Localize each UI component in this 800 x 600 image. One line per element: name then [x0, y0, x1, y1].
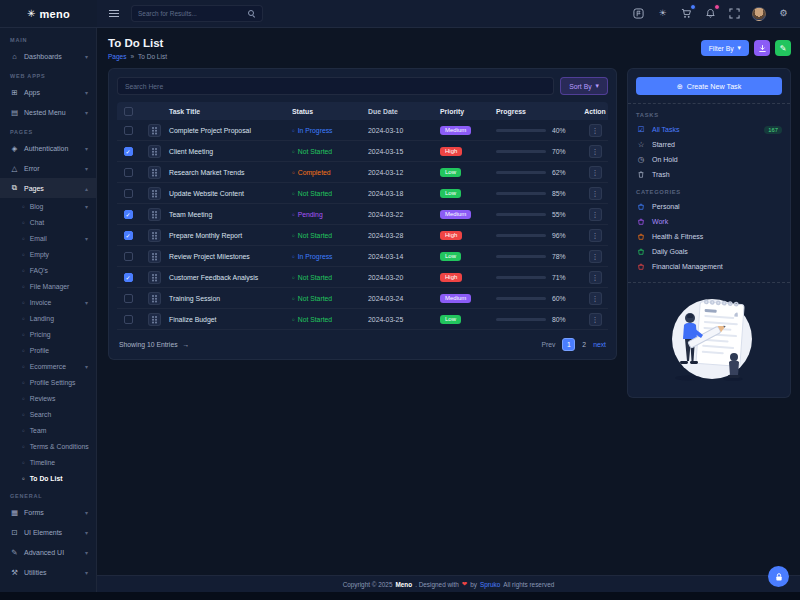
sidebar-subitem[interactable]: File Manager [0, 278, 96, 294]
category-item[interactable]: Health & Fitness [636, 229, 782, 244]
sidebar-subitem[interactable]: Chat [0, 214, 96, 230]
drag-handle[interactable] [148, 292, 161, 305]
row-actions-button[interactable]: ⋮ [589, 166, 602, 179]
sidebar-subitem[interactable]: Empty [0, 246, 96, 262]
drag-handle[interactable] [148, 208, 161, 221]
sidebar-item[interactable]: ⧉ Pages ▴ [0, 178, 96, 198]
row-checkbox[interactable] [124, 210, 133, 219]
sidebar-subitem[interactable]: Invoice ▾ [0, 294, 96, 310]
sidebar-item[interactable]: ▦ Forms ▾ [0, 502, 96, 522]
sidebar-subitem[interactable]: Team [0, 422, 96, 438]
pagination-next[interactable]: next [593, 341, 606, 348]
priority-badge: Medium [440, 210, 471, 219]
row-checkbox[interactable] [124, 126, 133, 135]
sidebar-item[interactable]: ⌂ Dashboards ▾ [0, 46, 96, 66]
row-checkbox[interactable] [124, 252, 133, 261]
sidebar-subitem[interactable]: Terms & Conditions [0, 438, 96, 454]
pagination-prev[interactable]: Prev [541, 341, 555, 348]
task-filter-all-tasks[interactable]: ☑ All Tasks 167 [636, 122, 782, 137]
export-button[interactable] [754, 40, 770, 56]
theme-sun-icon[interactable]: ☀ [656, 7, 669, 20]
user-avatar[interactable] [752, 7, 766, 21]
create-new-task-button[interactable]: ⊕ Create New Task [636, 77, 782, 95]
sidebar-item-icon: ⧉ [10, 183, 19, 193]
row-actions-button[interactable]: ⋮ [589, 250, 602, 263]
sidebar-subitem[interactable]: Timeline [0, 454, 96, 470]
chevron-icon: ▾ [85, 165, 88, 172]
row-checkbox[interactable] [124, 273, 133, 282]
drag-handle[interactable] [148, 229, 161, 242]
sidebar-subitem[interactable]: Profile Settings [0, 374, 96, 390]
filter-by-button[interactable]: Filter By ▾ [701, 40, 749, 56]
row-actions-button[interactable]: ⋮ [589, 124, 602, 137]
progress-percent: 55% [552, 211, 566, 218]
sidebar-subitem[interactable]: Ecommerce ▾ [0, 358, 96, 374]
notifications-bell-icon[interactable] [704, 7, 717, 20]
task-filter-starred[interactable]: ☆ Starred [636, 137, 782, 152]
sidebar-subitem[interactable]: To Do List [0, 470, 96, 486]
select-all-checkbox[interactable] [124, 107, 133, 116]
row-actions-button[interactable]: ⋮ [589, 187, 602, 200]
row-checkbox[interactable] [124, 189, 133, 198]
search-icon[interactable] [248, 10, 256, 18]
row-actions-button[interactable]: ⋮ [589, 208, 602, 221]
global-search-input[interactable] [138, 10, 248, 17]
task-filter-on-hold[interactable]: ◷ On Hold [636, 152, 782, 167]
sidebar-toggle-hamburger-icon[interactable] [109, 10, 119, 17]
sort-by-button[interactable]: Sort By ▾ [560, 77, 608, 95]
category-item[interactable]: Daily Goals [636, 244, 782, 259]
sidebar-subitem-label: Invoice [30, 299, 52, 306]
drag-handle[interactable] [148, 187, 161, 200]
row-checkbox[interactable] [124, 147, 133, 156]
row-checkbox[interactable] [124, 168, 133, 177]
sidebar-subitem[interactable]: Reviews [0, 390, 96, 406]
row-actions-button[interactable]: ⋮ [589, 313, 602, 326]
sidebar-item[interactable]: ⊡ UI Elements ▾ [0, 522, 96, 542]
drag-handle[interactable] [148, 250, 161, 263]
category-item[interactable]: Financial Management [636, 259, 782, 274]
sidebar-item[interactable]: ▤ Nested Menu ▾ [0, 102, 96, 122]
language-flag-icon[interactable] [632, 7, 645, 20]
table-search-input[interactable] [125, 83, 546, 90]
pagination-page-1[interactable]: 1 [562, 338, 575, 351]
footer-vendor-link[interactable]: Spruko [480, 581, 500, 588]
category-item[interactable]: Work [636, 214, 782, 229]
row-checkbox[interactable] [124, 294, 133, 303]
row-actions-button[interactable]: ⋮ [589, 292, 602, 305]
cart-icon[interactable] [680, 7, 693, 20]
drag-handle[interactable] [148, 145, 161, 158]
sidebar-subitem[interactable]: Landing [0, 310, 96, 326]
sidebar-subitem[interactable]: FAQ's [0, 262, 96, 278]
brand-logo[interactable]: ✳ meno [0, 0, 97, 27]
sidebar-subitem[interactable]: Pricing [0, 326, 96, 342]
drag-handle[interactable] [148, 313, 161, 326]
row-actions-button[interactable]: ⋮ [589, 271, 602, 284]
sidebar-subitem[interactable]: Profile [0, 342, 96, 358]
task-filter-trash[interactable]: Trash [636, 167, 782, 182]
drag-handle[interactable] [148, 124, 161, 137]
drag-handle[interactable] [148, 166, 161, 179]
category-item[interactable]: Personal [636, 199, 782, 214]
category-label: Financial Management [652, 263, 723, 270]
sidebar-item[interactable]: ⚒ Utilities ▾ [0, 562, 96, 582]
sidebar-item[interactable]: ◈ Authentication ▾ [0, 138, 96, 158]
sidebar-subitem[interactable]: Search [0, 406, 96, 422]
download-icon [758, 44, 767, 53]
sidebar-subitem[interactable]: Email ▾ [0, 230, 96, 246]
pagination-page-2[interactable]: 2 [582, 341, 586, 348]
row-actions-button[interactable]: ⋮ [589, 145, 602, 158]
row-checkbox[interactable] [124, 231, 133, 240]
row-checkbox[interactable] [124, 315, 133, 324]
app-window: ✳ meno ☀ ⚙ [0, 0, 800, 600]
sidebar-item[interactable]: ✎ Advanced UI ▾ [0, 542, 96, 562]
floating-lock-button[interactable] [768, 566, 789, 587]
sidebar-subitem[interactable]: Blog ▾ [0, 198, 96, 214]
edit-button[interactable]: ✎ [775, 40, 791, 56]
breadcrumb-pages-link[interactable]: Pages [108, 53, 126, 60]
drag-handle[interactable] [148, 271, 161, 284]
fullscreen-icon[interactable] [728, 7, 741, 20]
sidebar-item[interactable]: ⊞ Apps ▾ [0, 82, 96, 102]
sidebar-item[interactable]: △ Error ▾ [0, 158, 96, 178]
settings-gear-icon[interactable]: ⚙ [777, 7, 790, 20]
row-actions-button[interactable]: ⋮ [589, 229, 602, 242]
